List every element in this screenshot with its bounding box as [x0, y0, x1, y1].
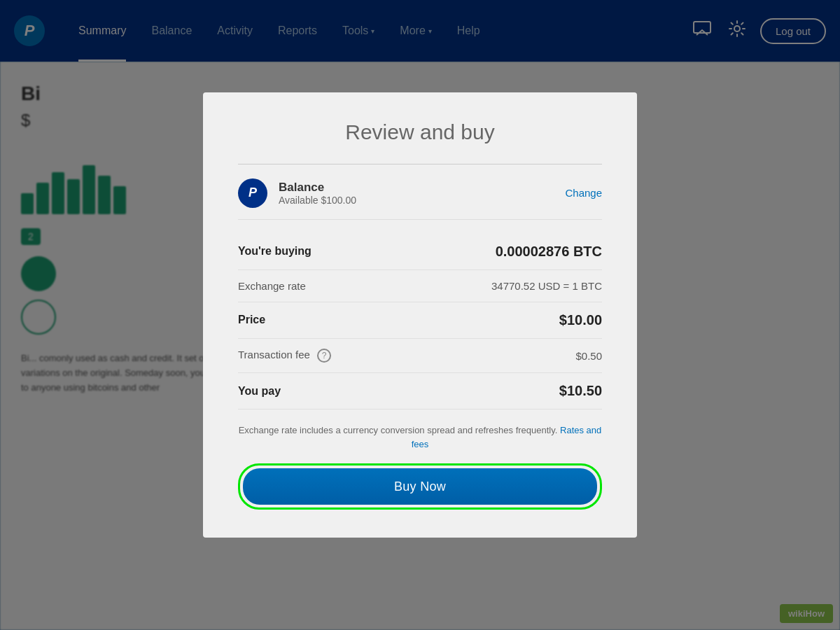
exchange-rate-label: Exchange rate [238, 280, 491, 292]
review-buy-modal: Review and buy P Balance Available $100.… [203, 92, 637, 538]
price-label: Price [238, 314, 559, 326]
paypal-circle-logo: P [238, 178, 267, 208]
transaction-fee-row: Transaction fee ? $0.50 [238, 339, 602, 373]
modal-title-divider [238, 164, 602, 164]
transaction-fee-label: Transaction fee [238, 349, 310, 360]
modal-overlay: Review and buy P Balance Available $100.… [0, 0, 840, 630]
you-pay-label: You pay [238, 385, 559, 398]
payment-label: Balance [279, 181, 565, 195]
payment-method-row: P Balance Available $100.00 Change [238, 178, 602, 220]
price-row: Price $10.00 [238, 302, 602, 339]
you-pay-row: You pay $10.50 [238, 373, 602, 410]
exchange-rate-row: Exchange rate 34770.52 USD = 1 BTC [238, 270, 602, 302]
change-payment-link[interactable]: Change [565, 187, 602, 199]
you-buying-label: You're buying [238, 245, 496, 258]
modal-footer-text: Exchange rate includes a currency conver… [238, 424, 602, 451]
price-value: $10.00 [559, 312, 602, 328]
transaction-fee-label-container: Transaction fee ? [238, 349, 575, 363]
you-buying-value: 0.00002876 BTC [496, 244, 602, 260]
transaction-fee-help-icon[interactable]: ? [317, 349, 331, 363]
you-pay-value: $10.50 [559, 383, 602, 399]
buy-now-button[interactable]: Buy Now [243, 468, 597, 505]
payment-info: Balance Available $100.00 [279, 181, 565, 206]
payment-available: Available $100.00 [279, 195, 565, 206]
you-buying-row: You're buying 0.00002876 BTC [238, 234, 602, 270]
modal-title: Review and buy [238, 120, 602, 144]
buy-now-button-wrapper: Buy Now [238, 463, 602, 510]
exchange-rate-value: 34770.52 USD = 1 BTC [491, 280, 602, 292]
paypal-circle-letter: P [248, 186, 257, 200]
transaction-fee-value: $0.50 [575, 350, 602, 362]
